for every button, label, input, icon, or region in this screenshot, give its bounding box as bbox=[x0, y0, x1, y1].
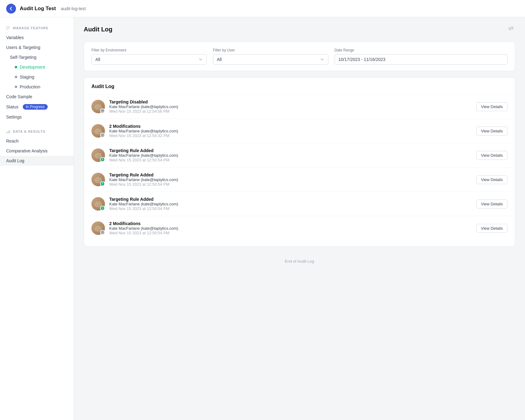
log-time: Wed Nov 15 2023 at 12:54:56 PM bbox=[109, 109, 472, 114]
log-entry: + Targeting Rule Added Kate MacFarlane (… bbox=[84, 192, 515, 216]
chart-icon bbox=[6, 129, 10, 134]
avatar-badge: … bbox=[100, 133, 105, 138]
log-entry: + Targeting Rule Added Kate MacFarlane (… bbox=[84, 167, 515, 192]
svg-rect-1 bbox=[8, 131, 9, 133]
log-event: Targeting Rule Added bbox=[109, 172, 472, 177]
log-info: Targeting Rule Added Kate MacFarlane (ka… bbox=[109, 172, 472, 187]
log-info: 2 Modifications Kate MacFarlane (kate@ta… bbox=[109, 221, 472, 235]
sidebar-item-staging[interactable]: Staging bbox=[0, 72, 74, 82]
filter-env-group: Filter by Environment All bbox=[91, 48, 207, 65]
filter-env-label: Filter by Environment bbox=[91, 48, 207, 52]
view-details-button[interactable]: View Details bbox=[476, 127, 507, 135]
staging-dot bbox=[15, 76, 17, 78]
back-icon bbox=[9, 6, 13, 11]
avatar-badge: … bbox=[100, 230, 105, 235]
layout: MANAGE FEATURE Variables Users & Targeti… bbox=[0, 17, 525, 420]
sidebar-item-variables[interactable]: Variables bbox=[0, 33, 74, 42]
flag-icon bbox=[6, 26, 10, 30]
sidebar-item-code-sample[interactable]: Code Sample bbox=[0, 92, 74, 102]
log-user: Kate MacFarlane (kate@taplytics.com) bbox=[109, 129, 472, 133]
manage-feature-section-label: MANAGE FEATURE bbox=[0, 23, 74, 33]
avatar-badge: + bbox=[100, 181, 105, 186]
log-info: Targeting Rule Added Kate MacFarlane (ka… bbox=[109, 148, 472, 162]
link-button[interactable] bbox=[507, 25, 515, 34]
avatar-wrap: … bbox=[91, 221, 105, 235]
page-header: Audit Log bbox=[84, 25, 515, 34]
sidebar-item-production[interactable]: Production bbox=[0, 82, 74, 92]
sidebar: MANAGE FEATURE Variables Users & Targeti… bbox=[0, 17, 74, 420]
filter-row: Filter by Environment All Filter by User… bbox=[91, 48, 507, 65]
avatar-badge: … bbox=[100, 108, 105, 113]
development-dot bbox=[15, 66, 17, 68]
sidebar-item-status[interactable]: Status In Progress bbox=[0, 102, 74, 112]
sidebar-item-settings[interactable]: Settings bbox=[0, 112, 74, 122]
svg-point-3 bbox=[512, 27, 513, 28]
log-user: Kate MacFarlane (kate@taplytics.com) bbox=[109, 104, 472, 109]
link-icon bbox=[508, 26, 514, 32]
filter-user-group: Filter by User All bbox=[213, 48, 328, 65]
avatar-wrap: … bbox=[91, 124, 105, 138]
view-details-button[interactable]: View Details bbox=[476, 200, 507, 208]
end-of-audit-log: End of Audit Log bbox=[84, 253, 515, 266]
avatar-wrap: + bbox=[91, 197, 105, 211]
avatar-wrap: + bbox=[91, 173, 105, 186]
data-results-section-label: DATA & RESULTS bbox=[0, 127, 74, 136]
view-details-button[interactable]: View Details bbox=[476, 102, 507, 111]
log-info: Targeting Rule Added Kate MacFarlane (ka… bbox=[109, 197, 472, 211]
log-event: Targeting Rule Added bbox=[109, 148, 472, 153]
log-time: Wed Nov 15 2023 at 12:54:32 PM bbox=[109, 133, 472, 138]
sidebar-item-self-targeting[interactable]: Self-Targeting bbox=[0, 52, 74, 62]
log-entry: … Targeting Disabled Kate MacFarlane (ka… bbox=[84, 94, 515, 119]
sidebar-item-comparative-analysis[interactable]: Comparative Analysis bbox=[0, 146, 74, 156]
avatar-wrap: … bbox=[91, 100, 105, 113]
filter-date-label: Date Range bbox=[335, 48, 507, 52]
log-event: 2 Modifications bbox=[109, 124, 472, 129]
log-user: Kate MacFarlane (kate@taplytics.com) bbox=[109, 202, 472, 206]
sidebar-item-development[interactable]: Development bbox=[0, 62, 74, 72]
chevron-down-icon bbox=[198, 57, 203, 62]
filter-date-group: Date Range bbox=[335, 48, 507, 65]
topbar: Audit Log Test audit-log-test bbox=[0, 0, 525, 17]
sidebar-item-audit-log[interactable]: Audit Log bbox=[0, 156, 74, 166]
log-entry: + Targeting Rule Added Kate MacFarlane (… bbox=[84, 143, 515, 167]
log-user: Kate MacFarlane (kate@taplytics.com) bbox=[109, 226, 472, 231]
view-details-button[interactable]: View Details bbox=[476, 175, 507, 184]
filter-date-input[interactable] bbox=[335, 54, 507, 65]
app-slug: audit-log-test bbox=[61, 6, 86, 11]
avatar-wrap: + bbox=[91, 148, 105, 162]
app-title: Audit Log Test bbox=[20, 6, 56, 12]
status-badge: In Progress bbox=[23, 104, 48, 110]
log-event: 2 Modifications bbox=[109, 221, 472, 226]
avatar-badge: + bbox=[100, 206, 105, 211]
view-details-button[interactable]: View Details bbox=[476, 224, 507, 233]
avatar-badge: + bbox=[100, 157, 105, 162]
sidebar-item-users-targeting[interactable]: Users & Targeting bbox=[0, 42, 74, 52]
log-user: Kate MacFarlane (kate@taplytics.com) bbox=[109, 177, 472, 182]
log-time: Wed Nov 15 2023 at 12:50:54 PM bbox=[109, 182, 472, 187]
svg-rect-2 bbox=[9, 130, 10, 133]
log-info: Targeting Disabled Kate MacFarlane (kate… bbox=[109, 99, 472, 114]
filter-user-select[interactable]: All bbox=[213, 54, 328, 65]
log-entry: … 2 Modifications Kate MacFarlane (kate@… bbox=[84, 216, 515, 240]
view-details-button[interactable]: View Details bbox=[476, 151, 507, 160]
audit-log-card-title: Audit Log bbox=[84, 84, 515, 94]
log-time: Wed Nov 15 2023 at 12:50:54 PM bbox=[109, 231, 472, 235]
log-info: 2 Modifications Kate MacFarlane (kate@ta… bbox=[109, 124, 472, 138]
back-button[interactable] bbox=[6, 4, 16, 14]
log-event: Targeting Rule Added bbox=[109, 197, 472, 202]
svg-rect-0 bbox=[6, 132, 7, 133]
main-content: Audit Log Filter by Environment All bbox=[74, 17, 525, 420]
production-dot bbox=[15, 86, 17, 88]
filter-card: Filter by Environment All Filter by User… bbox=[84, 42, 515, 71]
log-user: Kate MacFarlane (kate@taplytics.com) bbox=[109, 153, 472, 158]
filter-user-label: Filter by User bbox=[213, 48, 328, 52]
log-entry: … 2 Modifications Kate MacFarlane (kate@… bbox=[84, 119, 515, 143]
log-event: Targeting Disabled bbox=[109, 99, 472, 104]
sidebar-item-reach[interactable]: Reach bbox=[0, 136, 74, 146]
audit-log-card: Audit Log … Targeting Disabled Kate MacF… bbox=[84, 77, 515, 247]
log-time: Wed Nov 15 2023 at 12:50:54 PM bbox=[109, 158, 472, 162]
filter-env-select[interactable]: All bbox=[91, 54, 207, 65]
page-title: Audit Log bbox=[84, 26, 112, 33]
chevron-down-icon-2 bbox=[320, 57, 324, 62]
log-time: Wed Nov 15 2023 at 12:50:54 PM bbox=[109, 206, 472, 211]
